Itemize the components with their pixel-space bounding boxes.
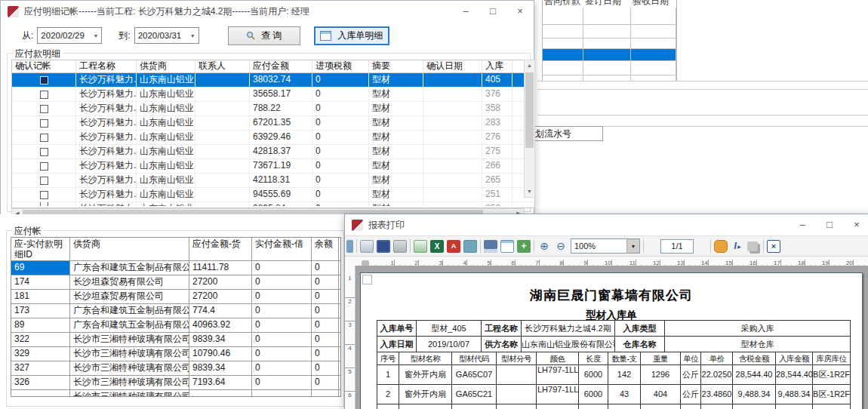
- table-row[interactable]: 329 长沙市三湘特种玻璃有限公司 10790.46 0 0: [11, 347, 340, 361]
- confirm-checkbox[interactable]: [40, 76, 48, 85]
- text-select-icon[interactable]: I: [731, 240, 744, 253]
- cell-detail-id[interactable]: 322: [11, 333, 70, 346]
- zoom-level-select[interactable]: 100% ▼: [571, 238, 640, 254]
- export-excel-icon[interactable]: X: [430, 240, 444, 253]
- cell-detail-id[interactable]: 326: [11, 376, 70, 389]
- from-date-select[interactable]: 2020/02/29 ▼: [37, 27, 102, 44]
- table-row[interactable]: 322 长沙市三湘特种玻璃有限公司 9839.34 0 0: [11, 333, 340, 347]
- column-header[interactable]: 进项税额: [312, 60, 369, 72]
- column-header[interactable]: 供货商: [137, 60, 195, 72]
- table-row[interactable]: 长沙万科魅力... 山东南山铝业... 38032.74 0 型材 405: [12, 73, 534, 88]
- table-row[interactable]: 89 广东合和建筑五金制品有限公司 40963.92 0 0: [11, 318, 340, 333]
- document-icon[interactable]: [500, 240, 514, 253]
- cell-detail-id[interactable]: 329: [11, 347, 70, 361]
- cell-detail-id[interactable]: 181: [11, 290, 70, 303]
- cell-detail-id[interactable]: 173: [11, 304, 70, 318]
- settings-icon[interactable]: [393, 240, 407, 253]
- table-row[interactable]: 长沙万科魅力... 山东南山铝业... 63929.46 0 型材 276: [12, 131, 534, 145]
- title-bar[interactable]: 应付明细记帐------当前工程: 长沙万科魅力之城4.2期------当前用户…: [1, 1, 534, 22]
- title-bar[interactable]: 报表打印 – □ ×: [345, 214, 868, 235]
- table-row[interactable]: 181 长沙坦森贸易有限公司 27200 0 0: [11, 290, 340, 304]
- table-row[interactable]: 173 广东合和建筑五金制品有限公司 774.4 0 0: [11, 304, 340, 318]
- minimize-button[interactable]: –: [452, 2, 479, 21]
- report-empty-row: [377, 404, 851, 409]
- scroll-up-icon[interactable]: ▲: [527, 60, 532, 71]
- table-row[interactable]: 长沙万科魅力... 山东南山铝业... 42118.31 0 型材 265: [12, 174, 534, 188]
- cell-detail-id[interactable]: 327: [11, 361, 70, 375]
- table-row[interactable]: 69 广东合和建筑五金制品有限公司 11411.78 0 0: [11, 261, 340, 275]
- table-row[interactable]: 长沙市三湘特种玻璃有限公司: [11, 390, 340, 396]
- zoom-out-icon[interactable]: ⊖: [554, 240, 568, 253]
- cell-detail-id[interactable]: 89: [11, 318, 70, 332]
- query-button[interactable]: 查 询: [228, 26, 300, 45]
- column-header[interactable]: 工程名称: [76, 60, 137, 72]
- cell-detail-id[interactable]: 69: [11, 261, 70, 275]
- column-header[interactable]: 确认记帐: [12, 60, 76, 72]
- confirm-checkbox[interactable]: [40, 119, 48, 128]
- column-header[interactable]: 联系人: [195, 60, 250, 72]
- table-row[interactable]: 长沙万科魅力... 山东南山铝业... 67201.35 0 型材 283: [12, 116, 534, 131]
- panel-icon[interactable]: [346, 240, 353, 253]
- confirm-checkbox[interactable]: [40, 134, 48, 142]
- table-row[interactable]: 长沙万科魅力... 山东南山铝业... 42818.37 0 型材 275: [12, 145, 534, 159]
- table-row[interactable]: 长沙万科魅力... 山东南山铝业... 94555.69 0 型材 251: [12, 188, 534, 202]
- close-button[interactable]: ×: [506, 2, 534, 21]
- column-header[interactable]: 实付金额-借: [252, 238, 312, 260]
- table-row-selected[interactable]: [543, 49, 676, 61]
- table-row[interactable]: 长沙万科魅力... 山东南山铝业... 73671.19 0 型材 266: [12, 159, 534, 174]
- column-header[interactable]: 应-实付款明细ID: [11, 238, 70, 260]
- confirm-checkbox[interactable]: [40, 148, 48, 156]
- column-header[interactable]: 应付金额-货: [189, 238, 252, 260]
- confirm-checkbox[interactable]: [40, 162, 48, 171]
- table-row[interactable]: 长沙万科魅力... 山东南山铝业... 788.22 0 型材 358: [12, 102, 534, 116]
- confirm-checkbox[interactable]: [40, 177, 48, 185]
- table-row[interactable]: 327 长沙市三湘特种玻璃有限公司 9839.34 0 0: [11, 361, 340, 376]
- close-button[interactable]: ×: [843, 215, 868, 235]
- book-icon[interactable]: [377, 240, 390, 253]
- copy-icon[interactable]: [747, 241, 758, 251]
- column-header[interactable]: 供货商: [70, 238, 189, 260]
- table-row[interactable]: [543, 25, 676, 38]
- save-icon[interactable]: [484, 240, 497, 253]
- confirm-checkbox[interactable]: [40, 191, 48, 199]
- table-row[interactable]: [543, 8, 676, 25]
- report-page[interactable]: 湖南巨晟门窗幕墙有限公司 型材入库单 入库单号 型材_405 工程名称 长沙万科…: [360, 272, 863, 409]
- minimize-button[interactable]: –: [789, 215, 816, 235]
- report-preview-area[interactable]: 123456 湖南巨晟门窗幕墙有限公司 型材入库单 入库单号 型材_405 工程…: [345, 266, 868, 409]
- vertical-scrollbar[interactable]: ▲ ▼: [524, 60, 535, 198]
- table-row[interactable]: [543, 75, 676, 81]
- table-row[interactable]: 长沙万科魅力 山东南山铝业 3895.84 0 型材 252: [12, 202, 534, 206]
- table-row[interactable]: [543, 38, 676, 49]
- confirm-checkbox[interactable]: [40, 202, 48, 206]
- scrollbar-thumb[interactable]: [525, 72, 534, 148]
- print-icon[interactable]: [360, 240, 374, 253]
- inbound-detail-button[interactable]: 入库单明细: [314, 26, 389, 45]
- table-row[interactable]: 长沙万科魅力... 山东南山铝业... 35658.17 0 型材 376: [12, 88, 534, 102]
- scroll-down-icon[interactable]: ▼: [527, 186, 532, 197]
- maximize-button[interactable]: □: [816, 215, 843, 235]
- close-preview-icon[interactable]: ×: [767, 240, 780, 253]
- export-mail-icon[interactable]: [463, 240, 477, 253]
- confirm-checkbox[interactable]: [40, 105, 48, 113]
- cell-detail-id[interactable]: 174: [11, 275, 70, 289]
- table-row[interactable]: [543, 61, 676, 75]
- column-header[interactable]: 余额: [312, 238, 339, 260]
- column-header[interactable]: 应付金额: [250, 60, 312, 72]
- zoom-in-icon[interactable]: ⊕: [537, 240, 551, 253]
- column-header[interactable]: 入库: [482, 60, 512, 72]
- export-pdf-icon[interactable]: A: [447, 240, 460, 253]
- info-label: 仓库名称: [615, 337, 665, 352]
- to-date-select[interactable]: 2020/03/31 ▼: [134, 27, 199, 44]
- insert-table-icon[interactable]: +: [517, 240, 531, 253]
- table-row[interactable]: 174 长沙坦森贸易有限公司 27200 0 0: [11, 275, 340, 290]
- export-icon[interactable]: [414, 240, 427, 253]
- cell-detail-id[interactable]: [11, 390, 70, 396]
- table-row[interactable]: 326 长沙市三湘特种玻璃有限公司 7193.64 0 0: [11, 376, 340, 390]
- confirm-checkbox[interactable]: [40, 91, 48, 99]
- maximize-button[interactable]: □: [479, 2, 506, 21]
- page-indicator[interactable]: 1/1: [660, 239, 694, 254]
- cell-supplier: 长沙市三湘特种玻璃有限公司: [70, 361, 189, 375]
- column-header[interactable]: 摘要: [369, 60, 423, 72]
- hand-tool-icon[interactable]: [714, 240, 728, 253]
- column-header[interactable]: 确认日期: [423, 60, 482, 72]
